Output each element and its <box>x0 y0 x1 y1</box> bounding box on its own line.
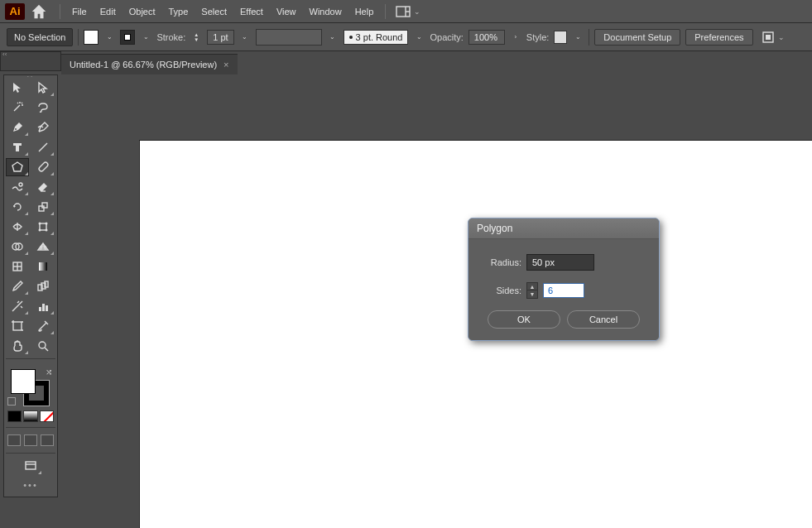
slice-tool[interactable] <box>31 317 55 335</box>
width-tool[interactable] <box>6 218 29 236</box>
stepper-up-icon[interactable]: ▲ <box>527 283 537 290</box>
app-logo: Ai <box>5 3 25 20</box>
menu-edit[interactable]: Edit <box>94 3 123 20</box>
svg-rect-10 <box>42 203 47 208</box>
stroke-swatch[interactable] <box>120 30 135 45</box>
default-fill-stroke-icon[interactable] <box>7 397 16 406</box>
shaper-tool[interactable] <box>6 178 29 196</box>
color-mode-gradient[interactable] <box>23 410 37 422</box>
type-tool[interactable] <box>6 138 29 156</box>
menu-effect[interactable]: Effect <box>233 3 270 20</box>
curvature-tool[interactable] <box>31 118 55 137</box>
opacity-label: Opacity: <box>430 32 463 42</box>
document-tab[interactable]: Untitled-1 @ 66.67% (RGB/Preview) × <box>61 54 238 74</box>
line-segment-tool[interactable] <box>31 138 55 156</box>
eraser-tool[interactable] <box>31 178 55 196</box>
profile-dropdown-icon[interactable]: ⌄ <box>327 33 339 41</box>
sides-field[interactable]: 6 <box>543 283 584 298</box>
align-to-icon[interactable]: ⌄ <box>762 31 785 44</box>
separator <box>60 4 60 19</box>
edit-toolbar-icon[interactable]: ••• <box>6 477 55 493</box>
menu-file[interactable]: File <box>65 3 94 20</box>
fill-dropdown-icon[interactable]: ⌄ <box>103 33 115 41</box>
menu-view[interactable]: View <box>270 3 303 20</box>
perspective-grid-tool[interactable] <box>31 238 55 256</box>
fill-color-box[interactable] <box>11 369 36 394</box>
selection-tool[interactable] <box>6 79 29 97</box>
lasso-tool[interactable] <box>31 98 55 117</box>
style-dropdown-icon[interactable]: ⌄ <box>572 33 584 41</box>
opacity-field[interactable]: 100% <box>468 30 505 45</box>
svg-rect-26 <box>39 307 41 311</box>
svg-point-34 <box>39 342 46 348</box>
draw-inside-icon[interactable] <box>41 434 54 446</box>
stepper-down-icon[interactable]: ▼ <box>527 290 537 298</box>
stroke-weight-stepper[interactable]: ▲▼ <box>190 30 202 45</box>
ok-button[interactable]: OK <box>488 310 560 329</box>
sides-label: Sides: <box>482 286 521 295</box>
separator <box>78 29 79 46</box>
color-mode-solid[interactable] <box>7 410 22 422</box>
column-graph-tool[interactable] <box>31 297 55 315</box>
document-setup-button[interactable]: Document Setup <box>594 29 680 46</box>
artboard-tool[interactable] <box>6 317 29 335</box>
collapsed-panel-strip[interactable] <box>0 51 61 71</box>
sides-stepper[interactable]: ▲▼ <box>526 282 538 299</box>
menu-type[interactable]: Type <box>162 3 195 20</box>
symbol-sprayer-tool[interactable] <box>6 297 29 315</box>
color-mode-row <box>6 409 55 424</box>
close-tab-icon[interactable]: × <box>223 60 228 70</box>
screen-mode-row <box>6 431 55 449</box>
swap-fill-stroke-icon[interactable]: ⤭ <box>46 367 52 377</box>
draw-normal-icon[interactable] <box>7 434 21 446</box>
shape-tool[interactable] <box>6 158 29 176</box>
menu-window[interactable]: Window <box>303 3 348 20</box>
brush-definition[interactable]: 3 pt. Round <box>344 30 409 45</box>
variable-width-profile[interactable] <box>256 29 322 46</box>
fill-stroke-control[interactable]: ⤭ <box>6 366 55 407</box>
menu-object[interactable]: Object <box>123 3 162 20</box>
preferences-button[interactable]: Preferences <box>685 29 752 46</box>
stroke-weight-field[interactable]: 1 pt <box>207 30 233 45</box>
menu-select[interactable]: Select <box>195 3 233 20</box>
scale-tool[interactable] <box>31 198 55 216</box>
workspace-chevron-icon[interactable]: ⌄ <box>414 7 420 16</box>
blend-tool[interactable] <box>31 277 55 295</box>
gradient-tool[interactable] <box>31 257 55 276</box>
graphic-style-swatch[interactable] <box>554 31 567 44</box>
stroke-weight-dropdown-icon[interactable]: ⌄ <box>239 33 251 41</box>
cancel-button[interactable]: Cancel <box>567 310 640 329</box>
draw-behind-icon[interactable] <box>24 434 37 446</box>
zoom-tool[interactable] <box>31 337 55 355</box>
control-bar: No Selection ⌄ ⌄ Stroke: ▲▼ 1 pt ⌄ ⌄ 3 p… <box>0 23 812 51</box>
workspace-layout-icon[interactable] <box>396 6 411 17</box>
shape-builder-tool[interactable] <box>6 238 29 256</box>
radius-label: Radius: <box>482 257 521 267</box>
svg-marker-7 <box>12 162 22 171</box>
polygon-dialog: Polygon Radius: 50 px Sides: ▲▼ 6 OK Can… <box>468 218 660 341</box>
canvas-area[interactable] <box>61 74 812 528</box>
fill-swatch[interactable] <box>84 30 98 45</box>
svg-rect-9 <box>39 206 44 211</box>
opacity-dropdown-icon[interactable]: › <box>510 33 521 41</box>
screen-mode-button[interactable] <box>19 457 42 475</box>
direct-selection-tool[interactable] <box>31 79 55 97</box>
eyedropper-tool[interactable] <box>6 277 29 295</box>
rotate-tool[interactable] <box>6 198 29 216</box>
home-icon[interactable] <box>30 2 48 21</box>
paintbrush-tool[interactable] <box>31 158 55 176</box>
pen-tool[interactable] <box>6 118 29 137</box>
selection-status: No Selection <box>7 28 73 46</box>
svg-line-6 <box>39 143 47 151</box>
radius-field[interactable]: 50 px <box>526 254 594 271</box>
brush-dropdown-icon[interactable]: ⌄ <box>413 33 425 41</box>
color-mode-none[interactable] <box>40 410 54 422</box>
mesh-tool[interactable] <box>6 257 29 276</box>
magic-wand-tool[interactable] <box>6 98 29 117</box>
menu-help[interactable]: Help <box>348 3 381 20</box>
svg-rect-22 <box>39 262 47 271</box>
stroke-dropdown-icon[interactable]: ⌄ <box>140 33 151 41</box>
separator <box>385 4 386 19</box>
free-transform-tool[interactable] <box>31 218 55 236</box>
hand-tool[interactable] <box>6 337 29 355</box>
